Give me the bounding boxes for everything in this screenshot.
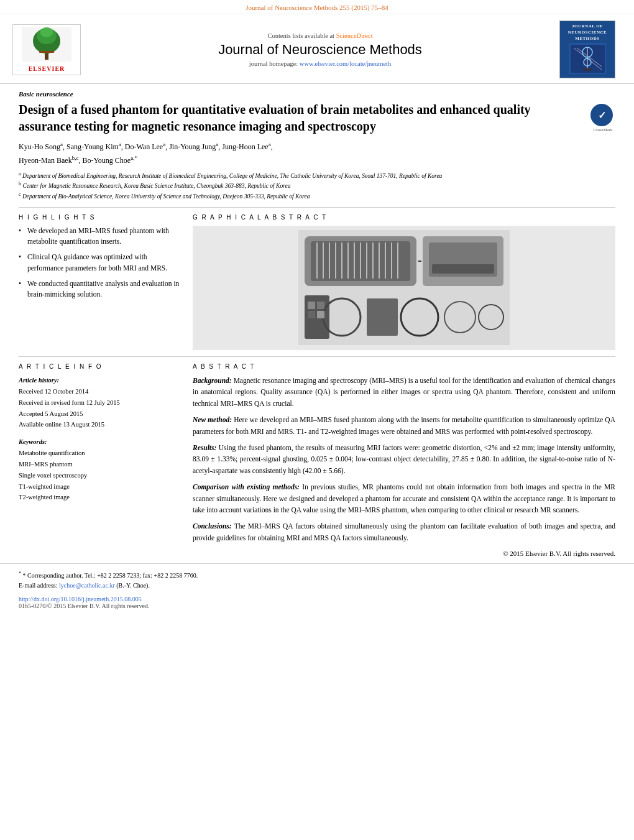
highlight-item-2: Clinical QA guidance was optimized with … — [19, 252, 180, 274]
email-label: E-mail address: — [19, 582, 57, 589]
keyword-2: MRI–MRS phantom — [19, 461, 73, 468]
journal-homepage: journal homepage: www.elsevier.com/locat… — [87, 60, 553, 67]
svg-rect-43 — [317, 311, 324, 318]
sciencedirect-line: Contents lists available at ScienceDirec… — [87, 32, 553, 39]
affiliations: a Department of Biomedical Engineering, … — [19, 170, 615, 201]
available-date: Available online 13 August 2015 — [19, 421, 104, 428]
svg-rect-36 — [367, 298, 398, 336]
elsevier-logo: ELSEVIER — [12, 24, 81, 75]
highlights-heading: H I G H L I G H T S — [19, 214, 180, 221]
highlight-item-3: We conducted quantitative analysis and e… — [19, 279, 180, 300]
jnm-logo-title: JOURNAL OFNEUROSCIENCEMETHODS — [563, 24, 612, 42]
page-wrapper: Journal of Neuroscience Methods 255 (201… — [0, 0, 634, 840]
divider-1 — [19, 207, 615, 208]
crossmark-circle-icon: ✓ — [590, 104, 613, 126]
article-info-col: A R T I C L E I N F O Article history: R… — [19, 363, 180, 557]
doi-line: http://dx.doi.org/10.1016/j.jneumeth.201… — [19, 596, 615, 602]
doi-issn-block: http://dx.doi.org/10.1016/j.jneumeth.201… — [19, 596, 615, 609]
article-history: Article history: Received 12 October 201… — [19, 375, 180, 430]
section-label: Basic neuroscience — [19, 90, 615, 98]
article-info-heading: A R T I C L E I N F O — [19, 363, 180, 370]
highlights-col: H I G H L I G H T S We developed an MRI–… — [19, 214, 180, 350]
paper-title: Design of a fused phantom for quantitati… — [19, 101, 584, 135]
journal-title: Journal of Neuroscience Methods — [87, 42, 553, 58]
keywords-label: Keywords: — [19, 438, 47, 445]
header-center: Contents lists available at ScienceDirec… — [87, 32, 553, 67]
email-link[interactable]: lychoe@catholic.ac.kr — [59, 582, 115, 589]
keyword-3: Single voxel spectroscopy — [19, 472, 87, 479]
sciencedirect-link[interactable]: ScienceDirect — [336, 32, 373, 39]
svg-point-4 — [40, 27, 53, 37]
svg-rect-42 — [308, 311, 315, 318]
crossmark-label: CrossMark — [590, 127, 615, 132]
graphical-abstract-image — [193, 226, 615, 350]
homepage-link[interactable]: www.elsevier.com/locate/jneumeth — [300, 60, 391, 67]
bottom-section: * * Corresponding author. Tel.: +82 2 22… — [0, 563, 634, 616]
divider-2 — [19, 356, 615, 357]
highlights-list: We developed an MRI–MRS fused phantom wi… — [19, 226, 180, 300]
comparison-label: Comparison with existing methods: — [193, 483, 300, 491]
main-content: Basic neuroscience Design of a fused pha… — [0, 84, 634, 563]
header-section: ELSEVIER Contents lists available at Sci… — [0, 14, 634, 84]
received-date: Received 12 October 2014 — [19, 388, 88, 395]
crossmark-logo: ✓ CrossMark — [590, 104, 615, 132]
svg-rect-32 — [432, 264, 494, 274]
keyword-5: T2-weighted image — [19, 494, 70, 501]
copyright-line: © 2015 Elsevier B.V. All rights reserved… — [193, 550, 615, 557]
authors-line: Kyu-Ho Songa, Sang-Young Kima, Do-Wan Le… — [19, 140, 615, 166]
accepted-date: Accepted 5 August 2015 — [19, 410, 83, 417]
results-label: Results: — [193, 444, 216, 451]
abstract-col: A B S T R A C T Background: Magnetic res… — [193, 363, 615, 557]
conclusions-label: Conclusions: — [193, 522, 232, 530]
info-abstract-row: A R T I C L E I N F O Article history: R… — [19, 363, 615, 557]
jnm-logo-box: JOURNAL OFNEUROSCIENCEMETHODS — [559, 21, 615, 78]
keyword-1: Metabolite quantification — [19, 450, 85, 456]
highlight-item-1: We developed an MRI–MRS fused phantom wi… — [19, 226, 180, 247]
highlights-graphical-row: H I G H L I G H T S We developed an MRI–… — [19, 214, 615, 350]
svg-rect-5 — [39, 51, 54, 53]
elsevier-tree-icon — [22, 27, 71, 62]
svg-rect-40 — [308, 302, 315, 309]
keyword-4: T1-weighted image — [19, 483, 70, 490]
journal-reference: Journal of Neuroscience Methods 255 (201… — [246, 4, 388, 11]
paper-title-row: Design of a fused phantom for quantitati… — [19, 101, 615, 135]
abstract-text: Background: Magnetic resonance imaging a… — [193, 375, 615, 543]
email-person-note: (B.-Y. Choe). — [116, 582, 150, 589]
history-label: Article history: — [19, 377, 59, 384]
keywords-section: Keywords: Metabolite quantification MRI–… — [19, 436, 180, 503]
abstract-comparison: Comparison with existing methods: In pre… — [193, 481, 615, 515]
journal-reference-bar: Journal of Neuroscience Methods 255 (201… — [0, 0, 634, 14]
abstract-background: Background: Magnetic resonance imaging a… — [193, 375, 615, 409]
abstract-results: Results: Using the fused phantom, the re… — [193, 442, 615, 476]
jnm-logo-image — [569, 43, 606, 74]
svg-rect-12 — [583, 68, 592, 71]
graphical-abstract-heading: G R A P H I C A L A B S T R A C T — [193, 214, 615, 221]
abstract-heading: A B S T R A C T — [193, 363, 615, 370]
graphical-abstract-svg — [298, 230, 510, 345]
footnote-corresponding: * * Corresponding author. Tel.: +82 2 22… — [19, 570, 615, 591]
graphical-abstract-col: G R A P H I C A L A B S T R A C T — [193, 214, 615, 350]
received-revised: Received in revised form 12 July 2015 — [19, 399, 120, 406]
svg-rect-41 — [317, 302, 324, 309]
issn-line: 0165-0270/© 2015 Elsevier B.V. All right… — [19, 602, 615, 609]
abstract-new-method: New method: Here we developed an MRI–MRS… — [193, 414, 615, 437]
new-method-label: New method: — [193, 416, 232, 423]
elsevier-brand-text: ELSEVIER — [16, 65, 78, 72]
doi-link[interactable]: http://dx.doi.org/10.1016/j.jneumeth.201… — [19, 596, 142, 602]
background-label: Background: — [193, 377, 232, 384]
abstract-conclusions: Conclusions: The MRI–MRS QA factors obta… — [193, 520, 615, 543]
